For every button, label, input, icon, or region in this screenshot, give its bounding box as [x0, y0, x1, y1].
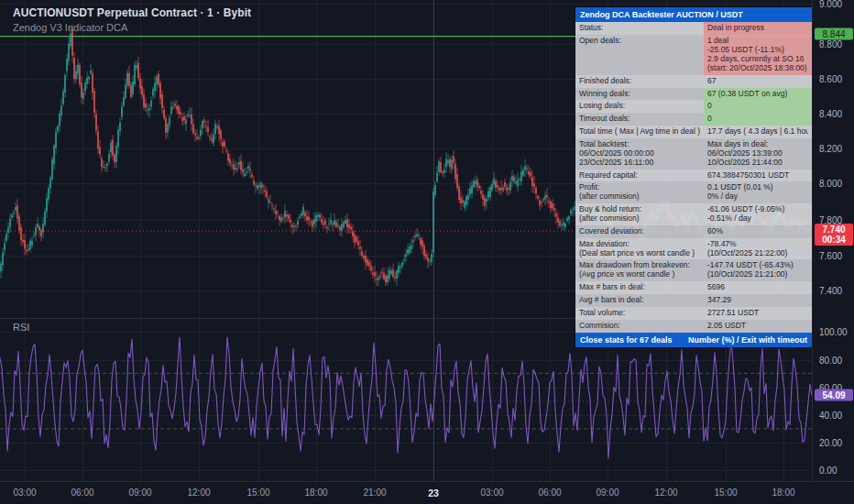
time-tick-label: 12:00 [654, 488, 677, 498]
candle-body [181, 117, 182, 121]
candle-body [443, 170, 444, 172]
candle-body [383, 273, 384, 279]
candle-body [16, 205, 17, 219]
candle-body [262, 186, 263, 187]
candle-body [159, 82, 160, 98]
candle-body [238, 162, 239, 165]
stats-row: Total time ( Max | Avg time in deal ): 1… [575, 126, 812, 138]
candle-body [154, 83, 155, 92]
time-tick-label: 12:00 [187, 488, 210, 498]
candle-body [471, 185, 472, 193]
candle-body [244, 173, 245, 176]
candle-body [112, 139, 113, 155]
candle-body [500, 188, 501, 190]
candle-body [563, 223, 564, 226]
candle-body [434, 185, 435, 195]
candle-body [59, 114, 60, 126]
candle-body [480, 191, 481, 194]
candle-body [213, 135, 214, 143]
candle-body [246, 172, 246, 173]
candle-body [88, 77, 89, 79]
candle-body [117, 129, 118, 147]
candle-body [412, 240, 413, 242]
candle-body [70, 34, 71, 46]
candle-body [291, 225, 292, 226]
candle-body [225, 150, 226, 151]
stats-row: Total volume: 2727.51 USDT [575, 307, 812, 320]
candle-body [284, 211, 285, 217]
candle-body [513, 177, 514, 181]
candle-body [445, 159, 446, 167]
candle-body [202, 121, 203, 128]
candle-body [174, 104, 175, 105]
candle-body [524, 166, 525, 170]
candle-body [411, 246, 411, 249]
backtester-panel-footer: Close stats for 67 deals Number (%) / Ex… [575, 333, 812, 347]
candle-body [233, 165, 234, 170]
stats-row-label: Open deals: [575, 35, 704, 74]
candle-body [125, 85, 126, 98]
candle-body [209, 137, 210, 137]
candle-body [337, 225, 338, 226]
candle-body [33, 236, 34, 236]
candle-body [326, 227, 327, 228]
candle-body [491, 184, 492, 191]
candle-body [359, 247, 360, 249]
rsi-pane-label[interactable]: RSI [13, 322, 29, 333]
candle-body [132, 82, 133, 94]
time-tick-label: 18:00 [772, 488, 794, 498]
symbol-title[interactable]: AUCTIONUSDT Perpetual Contract · 1 · Byb… [13, 6, 251, 19]
candle-body [332, 224, 333, 225]
candle-body [279, 216, 279, 221]
stats-row-label: Max deviation:(Deal start price vs worst… [575, 238, 704, 260]
candle-body [315, 215, 316, 222]
candle-body [546, 195, 547, 197]
time-tick-label: 06:00 [538, 488, 561, 498]
candle-body [18, 216, 19, 230]
candle-body [295, 226, 296, 227]
candle-body [328, 224, 329, 225]
candle-body [469, 188, 470, 194]
candle-body [489, 187, 490, 197]
stats-row: Losing deals: 0 [575, 100, 812, 113]
candle-body [401, 263, 402, 267]
candle-body [220, 130, 221, 138]
candle-body [522, 170, 523, 176]
candle-body [27, 249, 28, 250]
candle-body [530, 172, 531, 177]
axis-tick-label: 0.00 [813, 466, 854, 476]
candle-body [282, 218, 283, 219]
candle-body [187, 115, 188, 115]
stats-row-value: Max days in deal:06/Oct/2025 13:39:0010/… [704, 138, 812, 170]
candle-body [447, 160, 448, 163]
candle-body [354, 235, 355, 243]
candle-body [79, 65, 80, 85]
candle-body [176, 106, 177, 110]
last-price-value: 7.740 [815, 225, 853, 235]
indicator-title[interactable]: Zendog V3 Indicator DCA [13, 22, 251, 33]
candle-body [552, 203, 553, 209]
price-axis[interactable]: 9.0008.8008.6008.4008.2008.0007.8007.600… [812, 0, 854, 481]
candle-body [429, 261, 430, 262]
stats-row-label: Max drawdown from breakeven:(Avg price v… [575, 259, 704, 281]
candle-body [365, 256, 366, 263]
candle-body [145, 104, 146, 108]
candle-body [53, 146, 54, 165]
time-tick-label: 15:00 [714, 488, 737, 498]
stats-row-value: 60% [704, 225, 812, 238]
time-axis[interactable]: 03:0006:0009:0012:0015:0018:0021:002303:… [0, 481, 854, 504]
candle-body [299, 217, 300, 218]
candle-body [92, 73, 93, 93]
candle-body [110, 143, 111, 152]
candle-body [251, 174, 252, 177]
candle-body [64, 75, 65, 93]
candle-body [242, 170, 243, 173]
candle-body [236, 169, 237, 170]
axis-tick-label: 7.400 [813, 286, 854, 296]
stats-row: Total backtest:06/Oct/2025 00:00:0023/Oc… [575, 138, 812, 170]
candle-body [73, 58, 74, 79]
candle-body [7, 227, 8, 233]
axis-tick-label: 20.00 [813, 438, 854, 448]
stats-row: Avg # bars in deal: 347.29 [575, 294, 812, 307]
backtester-panel: Zendog DCA Backtester AUCTION / USDT Sta… [575, 7, 812, 347]
